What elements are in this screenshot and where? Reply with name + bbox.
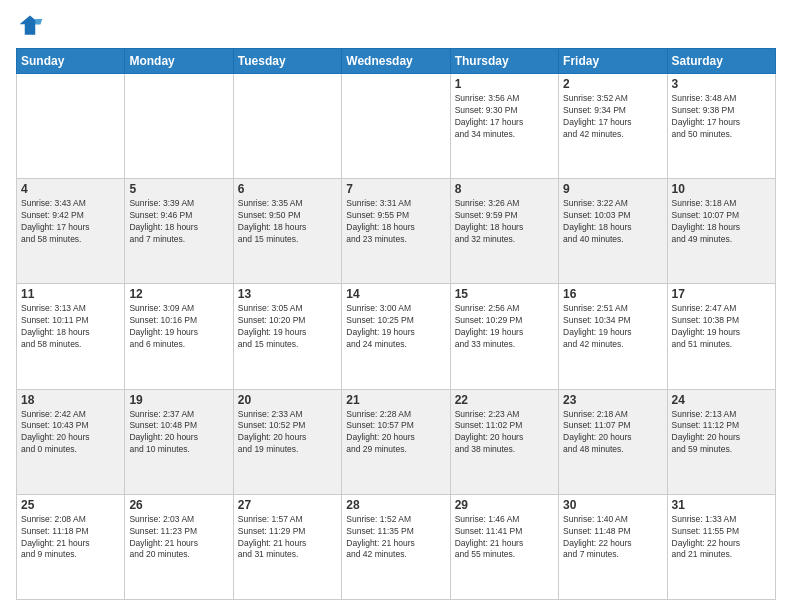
calendar-cell: 1Sunrise: 3:56 AM Sunset: 9:30 PM Daylig… bbox=[450, 74, 558, 179]
day-info: Sunrise: 2:18 AM Sunset: 11:07 PM Daylig… bbox=[563, 409, 662, 457]
day-number: 1 bbox=[455, 77, 554, 91]
day-number: 31 bbox=[672, 498, 771, 512]
weekday-header-wednesday: Wednesday bbox=[342, 49, 450, 74]
calendar-cell: 20Sunrise: 2:33 AM Sunset: 10:52 PM Dayl… bbox=[233, 389, 341, 494]
weekday-header-friday: Friday bbox=[559, 49, 667, 74]
calendar-cell: 17Sunrise: 2:47 AM Sunset: 10:38 PM Dayl… bbox=[667, 284, 775, 389]
calendar-cell bbox=[17, 74, 125, 179]
day-number: 18 bbox=[21, 393, 120, 407]
day-number: 22 bbox=[455, 393, 554, 407]
day-info: Sunrise: 3:05 AM Sunset: 10:20 PM Daylig… bbox=[238, 303, 337, 351]
day-number: 29 bbox=[455, 498, 554, 512]
calendar-cell: 26Sunrise: 2:03 AM Sunset: 11:23 PM Dayl… bbox=[125, 494, 233, 599]
calendar-cell: 7Sunrise: 3:31 AM Sunset: 9:55 PM Daylig… bbox=[342, 179, 450, 284]
day-number: 21 bbox=[346, 393, 445, 407]
day-info: Sunrise: 3:56 AM Sunset: 9:30 PM Dayligh… bbox=[455, 93, 554, 141]
day-number: 4 bbox=[21, 182, 120, 196]
calendar-cell: 23Sunrise: 2:18 AM Sunset: 11:07 PM Dayl… bbox=[559, 389, 667, 494]
day-info: Sunrise: 3:09 AM Sunset: 10:16 PM Daylig… bbox=[129, 303, 228, 351]
calendar-cell: 21Sunrise: 2:28 AM Sunset: 10:57 PM Dayl… bbox=[342, 389, 450, 494]
calendar-cell: 24Sunrise: 2:13 AM Sunset: 11:12 PM Dayl… bbox=[667, 389, 775, 494]
day-number: 17 bbox=[672, 287, 771, 301]
day-info: Sunrise: 3:31 AM Sunset: 9:55 PM Dayligh… bbox=[346, 198, 445, 246]
day-number: 26 bbox=[129, 498, 228, 512]
calendar-cell: 3Sunrise: 3:48 AM Sunset: 9:38 PM Daylig… bbox=[667, 74, 775, 179]
day-number: 3 bbox=[672, 77, 771, 91]
weekday-header-tuesday: Tuesday bbox=[233, 49, 341, 74]
day-info: Sunrise: 1:57 AM Sunset: 11:29 PM Daylig… bbox=[238, 514, 337, 562]
day-number: 19 bbox=[129, 393, 228, 407]
day-info: Sunrise: 3:18 AM Sunset: 10:07 PM Daylig… bbox=[672, 198, 771, 246]
calendar-cell bbox=[233, 74, 341, 179]
day-info: Sunrise: 3:00 AM Sunset: 10:25 PM Daylig… bbox=[346, 303, 445, 351]
day-number: 16 bbox=[563, 287, 662, 301]
day-number: 7 bbox=[346, 182, 445, 196]
day-info: Sunrise: 3:13 AM Sunset: 10:11 PM Daylig… bbox=[21, 303, 120, 351]
svg-marker-0 bbox=[20, 16, 41, 35]
calendar-cell: 10Sunrise: 3:18 AM Sunset: 10:07 PM Dayl… bbox=[667, 179, 775, 284]
day-info: Sunrise: 2:47 AM Sunset: 10:38 PM Daylig… bbox=[672, 303, 771, 351]
day-number: 23 bbox=[563, 393, 662, 407]
day-info: Sunrise: 3:22 AM Sunset: 10:03 PM Daylig… bbox=[563, 198, 662, 246]
day-number: 5 bbox=[129, 182, 228, 196]
calendar-cell: 14Sunrise: 3:00 AM Sunset: 10:25 PM Dayl… bbox=[342, 284, 450, 389]
day-number: 10 bbox=[672, 182, 771, 196]
day-number: 27 bbox=[238, 498, 337, 512]
header bbox=[16, 12, 776, 40]
day-info: Sunrise: 3:52 AM Sunset: 9:34 PM Dayligh… bbox=[563, 93, 662, 141]
day-info: Sunrise: 3:43 AM Sunset: 9:42 PM Dayligh… bbox=[21, 198, 120, 246]
weekday-header-monday: Monday bbox=[125, 49, 233, 74]
day-number: 15 bbox=[455, 287, 554, 301]
calendar-cell: 25Sunrise: 2:08 AM Sunset: 11:18 PM Dayl… bbox=[17, 494, 125, 599]
day-info: Sunrise: 2:03 AM Sunset: 11:23 PM Daylig… bbox=[129, 514, 228, 562]
day-info: Sunrise: 1:46 AM Sunset: 11:41 PM Daylig… bbox=[455, 514, 554, 562]
day-info: Sunrise: 1:33 AM Sunset: 11:55 PM Daylig… bbox=[672, 514, 771, 562]
day-number: 14 bbox=[346, 287, 445, 301]
weekday-header-saturday: Saturday bbox=[667, 49, 775, 74]
calendar-cell: 13Sunrise: 3:05 AM Sunset: 10:20 PM Dayl… bbox=[233, 284, 341, 389]
day-info: Sunrise: 2:42 AM Sunset: 10:43 PM Daylig… bbox=[21, 409, 120, 457]
day-info: Sunrise: 2:28 AM Sunset: 10:57 PM Daylig… bbox=[346, 409, 445, 457]
day-info: Sunrise: 2:56 AM Sunset: 10:29 PM Daylig… bbox=[455, 303, 554, 351]
calendar-cell: 19Sunrise: 2:37 AM Sunset: 10:48 PM Dayl… bbox=[125, 389, 233, 494]
day-info: Sunrise: 1:40 AM Sunset: 11:48 PM Daylig… bbox=[563, 514, 662, 562]
day-number: 13 bbox=[238, 287, 337, 301]
calendar-cell bbox=[342, 74, 450, 179]
logo-icon bbox=[16, 12, 44, 40]
weekday-header-thursday: Thursday bbox=[450, 49, 558, 74]
calendar-cell: 22Sunrise: 2:23 AM Sunset: 11:02 PM Dayl… bbox=[450, 389, 558, 494]
calendar-cell: 28Sunrise: 1:52 AM Sunset: 11:35 PM Dayl… bbox=[342, 494, 450, 599]
page: SundayMondayTuesdayWednesdayThursdayFrid… bbox=[0, 0, 792, 612]
calendar-cell: 18Sunrise: 2:42 AM Sunset: 10:43 PM Dayl… bbox=[17, 389, 125, 494]
day-number: 6 bbox=[238, 182, 337, 196]
calendar-cell bbox=[125, 74, 233, 179]
calendar-cell: 4Sunrise: 3:43 AM Sunset: 9:42 PM Daylig… bbox=[17, 179, 125, 284]
day-number: 20 bbox=[238, 393, 337, 407]
day-info: Sunrise: 3:48 AM Sunset: 9:38 PM Dayligh… bbox=[672, 93, 771, 141]
day-number: 11 bbox=[21, 287, 120, 301]
day-number: 28 bbox=[346, 498, 445, 512]
logo bbox=[16, 12, 48, 40]
calendar-cell: 5Sunrise: 3:39 AM Sunset: 9:46 PM Daylig… bbox=[125, 179, 233, 284]
calendar-cell: 16Sunrise: 2:51 AM Sunset: 10:34 PM Dayl… bbox=[559, 284, 667, 389]
day-info: Sunrise: 2:23 AM Sunset: 11:02 PM Daylig… bbox=[455, 409, 554, 457]
day-number: 25 bbox=[21, 498, 120, 512]
calendar-cell: 27Sunrise: 1:57 AM Sunset: 11:29 PM Dayl… bbox=[233, 494, 341, 599]
calendar-cell: 6Sunrise: 3:35 AM Sunset: 9:50 PM Daylig… bbox=[233, 179, 341, 284]
day-number: 12 bbox=[129, 287, 228, 301]
svg-marker-1 bbox=[35, 19, 42, 24]
calendar-cell: 12Sunrise: 3:09 AM Sunset: 10:16 PM Dayl… bbox=[125, 284, 233, 389]
day-number: 30 bbox=[563, 498, 662, 512]
day-number: 8 bbox=[455, 182, 554, 196]
calendar-cell: 11Sunrise: 3:13 AM Sunset: 10:11 PM Dayl… bbox=[17, 284, 125, 389]
calendar-cell: 9Sunrise: 3:22 AM Sunset: 10:03 PM Dayli… bbox=[559, 179, 667, 284]
calendar-cell: 8Sunrise: 3:26 AM Sunset: 9:59 PM Daylig… bbox=[450, 179, 558, 284]
calendar-cell: 2Sunrise: 3:52 AM Sunset: 9:34 PM Daylig… bbox=[559, 74, 667, 179]
day-number: 2 bbox=[563, 77, 662, 91]
calendar-cell: 31Sunrise: 1:33 AM Sunset: 11:55 PM Dayl… bbox=[667, 494, 775, 599]
day-info: Sunrise: 2:33 AM Sunset: 10:52 PM Daylig… bbox=[238, 409, 337, 457]
calendar-cell: 15Sunrise: 2:56 AM Sunset: 10:29 PM Dayl… bbox=[450, 284, 558, 389]
day-info: Sunrise: 2:37 AM Sunset: 10:48 PM Daylig… bbox=[129, 409, 228, 457]
calendar-cell: 30Sunrise: 1:40 AM Sunset: 11:48 PM Dayl… bbox=[559, 494, 667, 599]
calendar: SundayMondayTuesdayWednesdayThursdayFrid… bbox=[16, 48, 776, 600]
